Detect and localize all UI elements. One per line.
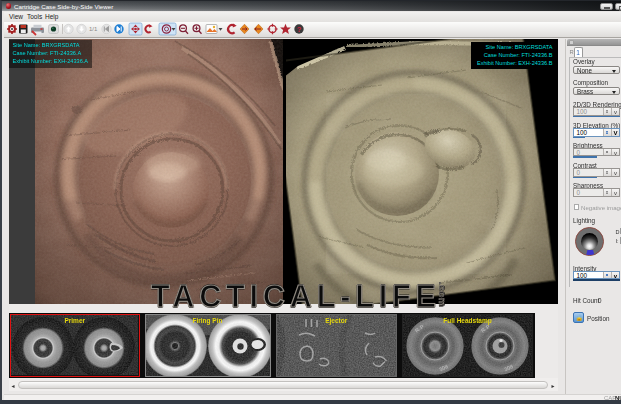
svg-text:1/1: 1/1 <box>89 26 98 32</box>
svg-text:?: ? <box>297 25 302 34</box>
